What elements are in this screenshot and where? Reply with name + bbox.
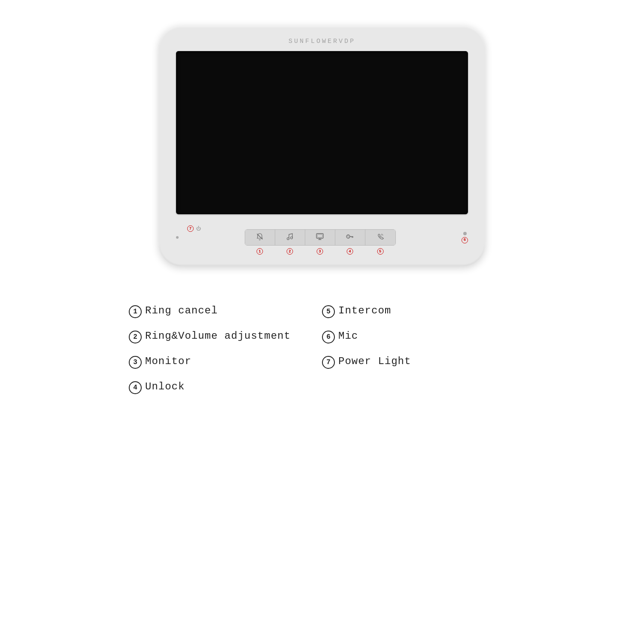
intercom-button[interactable]: 5 (365, 230, 395, 245)
power-number-badge: 7 (187, 225, 194, 232)
legend-section: 1 Ring cancel 2 Ring&Volume adjustment 3… (129, 305, 515, 406)
lower-panel: 7 ⏻ (172, 220, 472, 255)
legend-text-6: Mic (338, 330, 358, 342)
legend-text-4: Unlock (145, 381, 185, 392)
power-symbol-icon: ⏻ (196, 226, 201, 231)
monitor-icon (316, 233, 324, 242)
phone-icon (377, 233, 384, 242)
legend-item-3: 3 Monitor (129, 355, 322, 369)
monitor-button[interactable]: 3 (305, 230, 335, 245)
mic-dot-right (463, 232, 467, 235)
btn-number-4: 4 (347, 248, 353, 255)
btn-number-5: 5 (377, 248, 383, 255)
legend-item-6: 6 Mic (322, 330, 515, 343)
btn-number-1: 1 (257, 248, 263, 255)
legend-num-3: 3 (129, 356, 142, 369)
legend-num-5: 5 (322, 305, 335, 318)
brand-label: SUNFLOWERVDP (289, 38, 355, 45)
svg-rect-3 (317, 234, 322, 237)
legend-text-2: Ring&Volume adjustment (145, 330, 291, 342)
legend-text-5: Intercom (338, 305, 391, 316)
legend-text-3: Monitor (145, 355, 191, 367)
btn-number-2: 2 (287, 248, 293, 255)
legend-item-7: 7 Power Light (322, 355, 515, 369)
legend-item-4: 4 Unlock (129, 381, 322, 394)
legend-col-right: 5 Intercom 6 Mic 7 Power Light (322, 305, 515, 406)
power-indicator-area: 7 ⏻ (187, 225, 201, 232)
legend-item-1: 1 Ring cancel (129, 305, 322, 318)
svg-point-5 (347, 236, 349, 237)
ring-volume-button[interactable]: 2 (275, 230, 305, 245)
device-body: SUNFLOWERVDP 7 ⏻ (159, 26, 485, 266)
legend-text-7: Power Light (338, 355, 411, 367)
svg-point-4 (346, 235, 350, 238)
device-wrapper: SUNFLOWERVDP 7 ⏻ (159, 26, 485, 266)
button-group: 1 2 (245, 229, 396, 246)
legend-col-left: 1 Ring cancel 2 Ring&Volume adjustment 3… (129, 305, 322, 406)
mic-right-area: 6 (462, 232, 468, 243)
legend-text-1: Ring cancel (145, 305, 218, 316)
unlock-button[interactable]: 4 (335, 230, 365, 245)
legend-item-5: 5 Intercom (322, 305, 515, 318)
ring-cancel-button[interactable]: 1 (245, 230, 275, 245)
bell-cancel-icon (256, 233, 264, 242)
btn-number-3: 3 (317, 248, 323, 255)
legend-num-2: 2 (129, 331, 142, 343)
buttons-row: 1 2 (179, 229, 462, 246)
legend-num-7: 7 (322, 356, 335, 369)
key-icon (346, 234, 354, 241)
legend-num-4: 4 (129, 381, 142, 394)
music-note-icon (286, 233, 293, 242)
legend-item-2: 2 Ring&Volume adjustment (129, 330, 322, 343)
device-screen (176, 51, 468, 214)
legend-num-1: 1 (129, 305, 142, 318)
mic-number-badge: 6 (462, 237, 468, 243)
legend-num-6: 6 (322, 331, 335, 343)
